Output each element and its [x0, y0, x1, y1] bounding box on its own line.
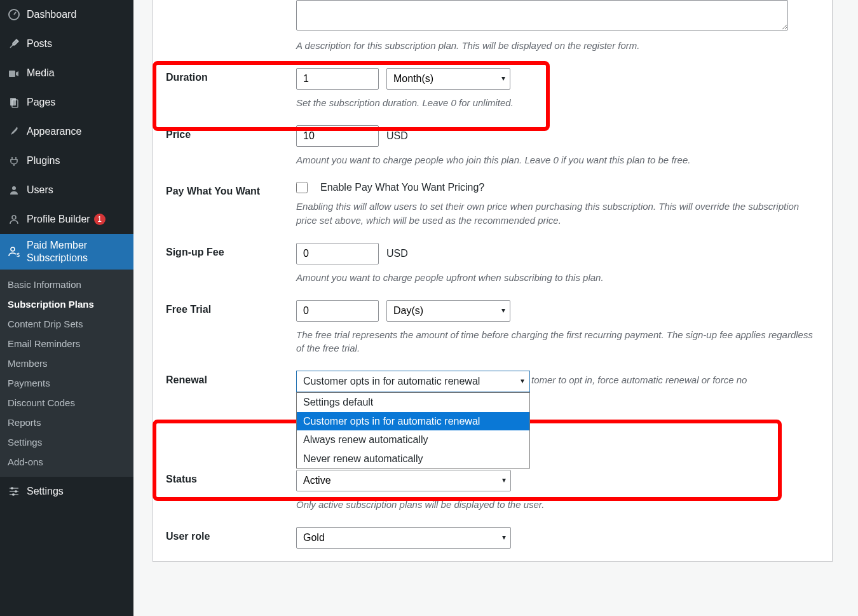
person-icon	[8, 213, 20, 226]
sidebar-item-label: Dashboard	[27, 8, 76, 21]
svg-rect-1	[9, 71, 15, 77]
submenu-payments[interactable]: Payments	[0, 373, 133, 393]
description-help: A description for this subscription plan…	[296, 39, 819, 53]
submenu-reports[interactable]: Reports	[0, 413, 133, 432]
sidebar-item-pages[interactable]: Pages	[0, 88, 133, 117]
renewal-option[interactable]: Never renew automatically	[297, 449, 529, 469]
user-role-label: User role	[166, 527, 296, 542]
admin-sidebar: Dashboard Posts Media Pages Appearance P…	[0, 0, 133, 616]
sidebar-item-label: Settings	[27, 485, 64, 498]
submenu-settings[interactable]: Settings	[0, 432, 133, 452]
sidebar-item-settings[interactable]: Settings	[0, 477, 133, 506]
free-trial-help: The free trial represents the amount of …	[296, 328, 819, 356]
renewal-select[interactable]: Customer opts in for automatic renewal	[296, 371, 530, 392]
submenu-members[interactable]: Members	[0, 353, 133, 373]
sidebar-item-label: Profile Builder	[27, 213, 90, 226]
sidebar-item-appearance[interactable]: Appearance	[0, 117, 133, 146]
duration-help: Set the subscription duration. Leave 0 f…	[296, 96, 819, 110]
price-currency: USD	[386, 130, 408, 142]
sidebar-item-label: Posts	[27, 38, 52, 50]
sidebar-item-label: Pages	[27, 96, 55, 109]
pwyw-help: Enabling this will allow users to set th…	[296, 200, 819, 228]
pin-icon	[8, 38, 20, 50]
user-role-select[interactable]: Gold	[296, 527, 511, 549]
media-icon	[8, 67, 20, 79]
svg-text:$: $	[17, 252, 20, 258]
price-row: Price USD Amount you want to charge peop…	[166, 110, 819, 167]
description-label	[166, 0, 296, 4]
price-help: Amount you want to charge people who joi…	[296, 153, 819, 167]
submenu-discount-codes[interactable]: Discount Codes	[0, 393, 133, 413]
price-label: Price	[166, 125, 296, 140]
sidebar-item-label: Plugins	[27, 154, 60, 167]
person-dollar-icon: $	[8, 245, 20, 258]
settings-panel: A description for this subscription plan…	[153, 0, 833, 562]
signup-fee-row: Sign-up Fee USD Amount you want to charg…	[166, 228, 819, 285]
renewal-row: Renewal Customer opts in for automatic r…	[166, 355, 819, 387]
sidebar-item-profile-builder[interactable]: Profile Builder 1	[0, 205, 133, 234]
duration-unit-select[interactable]: Month(s)	[386, 68, 510, 90]
user-role-row: User role Gold	[166, 512, 819, 549]
duration-label: Duration	[166, 68, 296, 83]
submenu-basic-information[interactable]: Basic Information	[0, 275, 133, 294]
sidebar-item-label: Media	[27, 67, 55, 79]
pwyw-checkbox[interactable]	[296, 182, 308, 193]
pwyw-checkbox-label: Enable Pay What You Want Pricing?	[320, 182, 484, 193]
free-trial-label: Free Trial	[166, 300, 296, 315]
svg-rect-2	[10, 98, 16, 106]
renewal-label: Renewal	[166, 371, 296, 386]
svg-point-8	[11, 487, 13, 489]
content-area: A description for this subscription plan…	[133, 0, 858, 616]
dashboard-icon	[8, 8, 20, 21]
svg-point-9	[15, 490, 17, 493]
sidebar-item-dashboard[interactable]: Dashboard	[0, 0, 133, 29]
renewal-options-dropdown: Settings default Customer opts in for au…	[296, 392, 530, 469]
user-icon	[8, 184, 20, 196]
sidebar-item-label: Appearance	[27, 125, 81, 138]
submenu-email-reminders[interactable]: Email Reminders	[0, 334, 133, 353]
renewal-selected-value: Customer opts in for automatic renewal	[303, 376, 480, 387]
signup-fee-label: Sign-up Fee	[166, 243, 296, 258]
sidebar-item-label: Users	[27, 184, 53, 196]
pwyw-row: Pay What You Want Enable Pay What You Wa…	[166, 167, 819, 228]
submenu-subscription-plans[interactable]: Subscription Plans	[0, 294, 133, 314]
signup-fee-input[interactable]	[296, 243, 379, 264]
price-input[interactable]	[296, 125, 379, 147]
free-trial-row: Free Trial Day(s) The free trial represe…	[166, 285, 819, 356]
sliders-icon	[8, 485, 20, 498]
update-badge: 1	[94, 214, 106, 225]
status-select[interactable]: Active	[296, 470, 511, 491]
description-textarea[interactable]	[296, 0, 788, 31]
sidebar-item-users[interactable]: Users	[0, 175, 133, 205]
duration-row: Duration Month(s) Set the subscription d…	[166, 53, 819, 110]
sidebar-item-media[interactable]: Media	[0, 58, 133, 88]
svg-point-6	[11, 247, 15, 251]
pages-icon	[8, 96, 20, 109]
pwyw-label: Pay What You Want	[166, 182, 296, 197]
renewal-option[interactable]: Always renew automatically	[297, 430, 529, 449]
sidebar-item-label: Paid Member Subscriptions	[27, 239, 126, 264]
free-trial-unit-select[interactable]: Day(s)	[386, 300, 510, 322]
submenu-content-drip-sets[interactable]: Content Drip Sets	[0, 314, 133, 334]
renewal-option[interactable]: Customer opts in for automatic renewal	[297, 412, 529, 431]
sidebar-item-plugins[interactable]: Plugins	[0, 146, 133, 175]
free-trial-input[interactable]	[296, 300, 379, 322]
svg-point-4	[12, 186, 16, 190]
submenu-add-ons[interactable]: Add-ons	[0, 452, 133, 472]
sidebar-item-posts[interactable]: Posts	[0, 29, 133, 58]
plug-icon	[8, 154, 20, 167]
renewal-help: tomer to opt in, force automatic renewal…	[531, 373, 819, 387]
svg-point-10	[12, 493, 15, 496]
status-label: Status	[166, 470, 296, 485]
svg-point-5	[12, 216, 16, 219]
signup-fee-help: Amount you want to charge people upfront…	[296, 271, 819, 285]
signup-fee-currency: USD	[386, 248, 408, 259]
brush-icon	[8, 125, 20, 138]
duration-input[interactable]	[296, 68, 379, 90]
sidebar-item-paid-member-subscriptions[interactable]: $ Paid Member Subscriptions	[0, 234, 133, 270]
sidebar-submenu: Basic Information Subscription Plans Con…	[0, 270, 133, 477]
status-help: Only active subscription plans will be d…	[296, 498, 819, 512]
renewal-option[interactable]: Settings default	[297, 393, 529, 412]
